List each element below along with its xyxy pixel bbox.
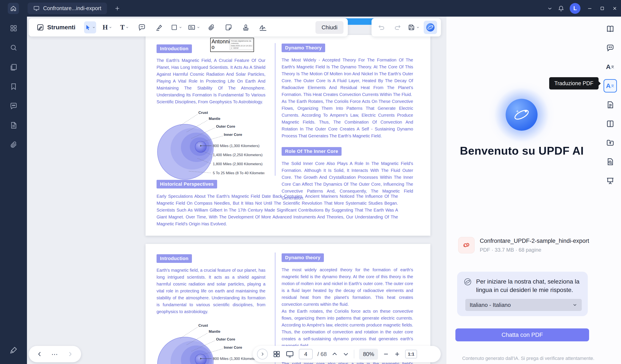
ai-chat-button[interactable]: [604, 41, 617, 54]
slideshow-button[interactable]: [604, 174, 617, 187]
sticker-tool[interactable]: [223, 21, 235, 34]
paperclip-icon: [207, 23, 215, 31]
reader-mode-button[interactable]: [604, 22, 617, 35]
paperclip-icon: [9, 140, 18, 149]
dynamo-paragraph-1: The most widely accepted theory for the …: [282, 266, 413, 308]
language-dropdown[interactable]: Italiano - Italiano: [465, 299, 582, 311]
user-avatar[interactable]: L: [570, 3, 581, 14]
expand-panel-button[interactable]: [257, 349, 268, 360]
pdf-page-1[interactable]: Antonnio Firmato digitalmente da Antonni…: [146, 35, 430, 236]
next-page-button[interactable]: [343, 351, 349, 357]
digital-signature-field[interactable]: Antonnio Firmato digitalmente da Antonni…: [210, 38, 254, 52]
intro-paragraph: The Earth's Magnetic Field, A Crucial Fe…: [156, 57, 265, 105]
tools-menu-button[interactable]: Strumenti: [33, 21, 79, 34]
layer-label-inner-core: Inner Core: [224, 346, 242, 349]
actual-size-button[interactable]: 1:1: [405, 350, 417, 358]
earth-layers-diagram: Crust Mantle Outer Core Inner Core 800 M…: [156, 321, 264, 364]
select-tool[interactable]: [84, 21, 96, 34]
measure-label: 5 To 25 Miles (8 To 40 Kilometers): [213, 171, 264, 175]
measure-label: 800 Miles (1,300 Kilometers): [213, 144, 259, 148]
page-number-input[interactable]: [299, 349, 313, 359]
document-workspace: Antonnio Firmato digitalmente da Antonni…: [27, 17, 446, 364]
redo-button[interactable]: [392, 21, 404, 34]
dynamo-paragraph-2: As The Earth Rotates, The Coriolis Force…: [282, 98, 413, 139]
summarize-button[interactable]: [604, 98, 617, 111]
stamp-icon: [242, 23, 250, 31]
stamp-tool[interactable]: [240, 21, 252, 34]
new-tab-button[interactable]: [113, 4, 122, 13]
plus-icon: [115, 6, 120, 11]
chevron-down-icon: [179, 26, 182, 29]
collapse-toolbar-button[interactable]: [544, 3, 555, 14]
divider: [354, 350, 354, 358]
chevron-down-icon: [547, 5, 553, 11]
home-icon: [10, 5, 17, 12]
sidebar-bookmarks-button[interactable]: [6, 79, 21, 94]
shape-tool[interactable]: [170, 21, 182, 34]
form-tool[interactable]: [188, 21, 200, 34]
dynamo-paragraph-1: The Most Widely - Accepted Theory For Th…: [282, 56, 413, 98]
sidebar-summary-button[interactable]: [6, 118, 21, 133]
chevron-down-icon: [197, 26, 200, 29]
search-document-button[interactable]: [604, 155, 617, 168]
previous-page-button[interactable]: [331, 351, 338, 357]
ai-assistant-button[interactable]: [424, 21, 437, 34]
layer-label-outer-core: Outer Core: [216, 124, 235, 129]
sidebar-search-button[interactable]: [6, 40, 21, 55]
reading-mode-button[interactable]: [285, 350, 294, 358]
sidebar-comments-button[interactable]: [6, 98, 21, 114]
export-file-button[interactable]: [604, 136, 617, 149]
close-window-button[interactable]: [608, 0, 621, 17]
highlighter-tool[interactable]: [153, 21, 165, 34]
back-button[interactable]: [36, 351, 43, 357]
layout-view-button[interactable]: [604, 117, 617, 130]
minimize-button[interactable]: [584, 0, 596, 17]
save-button[interactable]: [408, 21, 420, 34]
sidebar-pen-tools-button[interactable]: [6, 343, 21, 358]
text-tool[interactable]: T: [119, 21, 131, 34]
chevron-down-icon: [416, 26, 420, 29]
comment-tool[interactable]: [136, 21, 148, 34]
comment-icon: [9, 102, 18, 110]
sidebar-panels-button[interactable]: [6, 20, 21, 36]
bell-icon: [558, 5, 564, 12]
signature-icon: [259, 23, 267, 32]
home-button[interactable]: [8, 3, 19, 14]
heading-tool[interactable]: H: [101, 21, 113, 34]
maximize-button[interactable]: [596, 0, 608, 17]
signature-tool[interactable]: [257, 21, 269, 34]
zoom-level[interactable]: 80%: [359, 349, 378, 360]
notifications-button[interactable]: [555, 3, 567, 14]
heading-dynamo-theory: Dynamo theory: [282, 253, 324, 262]
layer-label-inner-core: Inner Core: [224, 133, 242, 137]
maximize-icon: [600, 6, 605, 11]
pages-icon: [9, 63, 18, 71]
attachment-tool[interactable]: [205, 21, 217, 34]
updf-ai-icon: [425, 22, 435, 32]
heading-introduction: Introduction: [156, 44, 192, 53]
signature-detail-line: Firmato digitalmente da: [231, 40, 252, 42]
dynamo-paragraph-2: As the Earth rotates, the Coriolis force…: [282, 308, 413, 349]
zoom-out-button[interactable]: [383, 351, 389, 357]
pdf-translate-button[interactable]: A: [604, 79, 617, 92]
chevron-down-icon: [109, 26, 112, 29]
chevron-down-icon: [92, 26, 96, 29]
close-tools-button[interactable]: Chiudi: [315, 21, 344, 34]
thumbnail-view-button[interactable]: [273, 350, 281, 358]
page-total-label: / 68: [317, 351, 327, 358]
ai-tools-rail: A A: [601, 17, 619, 364]
chat-with-pdf-button[interactable]: Chatta con PDF: [455, 329, 589, 341]
forward-button[interactable]: [67, 351, 73, 357]
zoom-in-button[interactable]: [394, 351, 400, 357]
undo-button[interactable]: [375, 21, 387, 34]
sidebar-attachments-button[interactable]: [6, 137, 21, 153]
sidebar-thumbnails-button[interactable]: [6, 59, 21, 75]
more-actions-button[interactable]: ⋯: [51, 350, 58, 358]
layer-label-outer-core: Outer Core: [216, 337, 235, 341]
pdf-file-icon: [458, 237, 475, 253]
language-value: Italiano - Italiano: [470, 302, 511, 308]
translate-text-button[interactable]: A: [604, 60, 617, 73]
document-tab[interactable]: Confrontare...indi-export: [28, 2, 107, 14]
measure-label: 1,800 Miles (2,900 Kilometers): [213, 162, 263, 166]
pen-nib-icon: [9, 346, 18, 354]
